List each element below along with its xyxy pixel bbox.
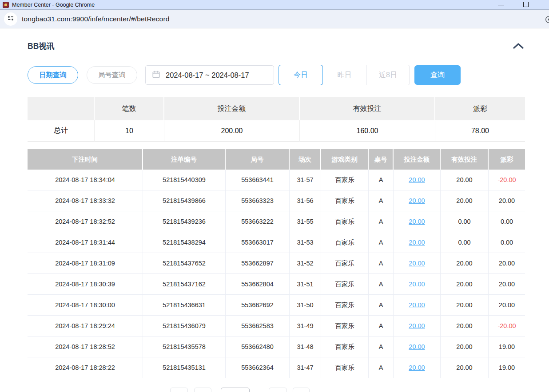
- chevron-up-icon: [513, 44, 524, 51]
- bet-amount-cell: 20.00: [394, 211, 441, 232]
- date-range-picker[interactable]: 2024-08-17 ~ 2024-08-17: [145, 65, 274, 85]
- summary-col-header: 投注金额: [164, 97, 300, 120]
- window-title: Member Center - Google Chrome: [12, 2, 95, 8]
- record-cell: 百家乐: [321, 211, 369, 232]
- table-row: 2024-08-17 18:33:32521815439866553663323…: [28, 190, 525, 211]
- bet-amount-cell: 20.00: [394, 253, 441, 274]
- minimize-icon[interactable]: [498, 5, 504, 5]
- record-cell: A: [369, 337, 394, 357]
- table-row: 2024-08-17 18:32:52521815439236553663222…: [28, 211, 525, 232]
- bet-amount-link[interactable]: 20.00: [409, 176, 425, 183]
- table-row: 2024-08-17 18:31:09521815437652553662897…: [28, 253, 525, 274]
- records-table: 下注时间注单编号局号场次游戏类别桌号投注金额有效投注派彩 2024-08-17 …: [28, 149, 525, 378]
- record-cell: 521815439236: [143, 211, 226, 232]
- pagination-next-button[interactable]: [269, 388, 287, 392]
- record-cell: 百家乐: [321, 316, 369, 337]
- summary-value: 160.00: [300, 120, 435, 142]
- bet-record-page: BB视讯 日期查询 局号查询 2024-08-17 ~ 2024-08-17: [0, 41, 549, 392]
- bet-amount-link[interactable]: 20.00: [409, 343, 425, 350]
- filter-bar: 日期查询 局号查询 2024-08-17 ~ 2024-08-17 今日 昨日 …: [28, 65, 525, 85]
- records-col-header: 派彩: [489, 149, 525, 170]
- records-col-header: 桌号: [369, 149, 394, 170]
- records-col-header: 游戏类别: [321, 149, 369, 170]
- record-cell: 20.00: [441, 357, 489, 378]
- record-cell: 2024-08-17 18:32:52: [28, 211, 143, 232]
- quick-range-last8days[interactable]: 近8日: [366, 65, 410, 85]
- quick-range-today[interactable]: 今日: [279, 65, 322, 85]
- summary-col-header: [28, 97, 95, 120]
- summary-col-header: 有效投注: [300, 97, 435, 120]
- record-cell: 521815440309: [143, 170, 226, 190]
- quick-range-group: 今日 昨日 近8日: [278, 65, 410, 85]
- bet-amount-cell: 20.00: [394, 357, 441, 378]
- record-cell: 20.00: [441, 295, 489, 316]
- bet-amount-link[interactable]: 20.00: [409, 260, 425, 267]
- pagination-bar: [28, 388, 525, 392]
- record-cell: 20.00: [489, 274, 525, 295]
- table-row: 2024-08-17 18:31:44521815438294553663017…: [28, 232, 525, 253]
- table-row: 2024-08-17 18:28:52521815435578553662480…: [28, 337, 525, 357]
- summary-col-header: 派彩: [435, 97, 525, 120]
- record-cell: 2024-08-17 18:29:24: [28, 316, 143, 337]
- pagination-page-button[interactable]: [194, 388, 211, 392]
- record-cell: 31-49: [290, 316, 321, 337]
- record-cell: A: [369, 316, 394, 337]
- bet-amount-cell: 20.00: [394, 316, 441, 337]
- record-cell: 2024-08-17 18:28:22: [28, 357, 143, 378]
- pagination-page-size-select[interactable]: [221, 388, 250, 392]
- records-col-header: 有效投注: [441, 149, 489, 170]
- record-cell: 521815435131: [143, 357, 226, 378]
- record-cell: 31-47: [290, 357, 321, 378]
- site-settings-button[interactable]: [4, 12, 17, 26]
- page-title: BB视讯: [28, 41, 54, 51]
- record-cell: 2024-08-17 18:33:32: [28, 190, 143, 211]
- date-query-tab[interactable]: 日期查询: [28, 66, 78, 84]
- record-cell: 521815439866: [143, 190, 226, 211]
- url-text[interactable]: tongbao31.com:9900/infe/mcenter/#/betRec…: [22, 15, 170, 23]
- record-cell: 20.00: [441, 316, 489, 337]
- bet-amount-link[interactable]: 20.00: [409, 239, 425, 246]
- search-button[interactable]: 查询: [414, 65, 461, 85]
- bet-amount-link[interactable]: 20.00: [409, 197, 425, 204]
- calendar-icon: [152, 71, 160, 80]
- bet-amount-link[interactable]: 20.00: [409, 322, 425, 329]
- record-cell: 百家乐: [321, 253, 369, 274]
- record-cell: 553662583: [226, 316, 290, 337]
- pagination-prev-button[interactable]: [170, 388, 188, 392]
- record-cell: 521815436079: [143, 316, 226, 337]
- bet-amount-link[interactable]: 20.00: [409, 281, 425, 288]
- record-cell: 521815436631: [143, 295, 226, 316]
- round-query-tab[interactable]: 局号查询: [87, 66, 137, 84]
- bet-amount-link[interactable]: 20.00: [409, 364, 425, 371]
- maximize-icon[interactable]: [523, 2, 529, 7]
- record-cell: A: [369, 190, 394, 211]
- bet-amount-cell: 20.00: [394, 190, 441, 211]
- record-cell: 百家乐: [321, 232, 369, 253]
- record-cell: A: [369, 274, 394, 295]
- profile-icon[interactable]: [545, 16, 549, 25]
- summary-value: 78.00: [435, 120, 525, 142]
- summary-total-row: 总计10200.00160.0078.00: [28, 120, 525, 142]
- record-cell: 553662480: [226, 337, 290, 357]
- record-cell: 20.00: [441, 274, 489, 295]
- record-cell: 553662364: [226, 357, 290, 378]
- record-cell: 31-57: [290, 170, 321, 190]
- records-header-row: 下注时间注单编号局号场次游戏类别桌号投注金额有效投注派彩: [28, 149, 525, 170]
- record-cell: 2024-08-17 18:30:39: [28, 274, 143, 295]
- record-cell: 521815437162: [143, 274, 226, 295]
- record-cell: 553663017: [226, 232, 290, 253]
- summary-value: 200.00: [164, 120, 300, 142]
- date-range-value: 2024-08-17 ~ 2024-08-17: [166, 71, 249, 79]
- bet-amount-link[interactable]: 20.00: [409, 301, 425, 309]
- record-cell: 2024-08-17 18:28:52: [28, 337, 143, 357]
- quick-range-yesterday[interactable]: 昨日: [322, 65, 366, 85]
- record-cell: 2024-08-17 18:31:09: [28, 253, 143, 274]
- collapse-section-button[interactable]: [512, 41, 525, 51]
- records-col-header: 场次: [290, 149, 321, 170]
- record-cell: 31-52: [290, 253, 321, 274]
- bet-amount-link[interactable]: 20.00: [409, 218, 425, 225]
- records-col-header: 投注金额: [394, 149, 441, 170]
- table-row: 2024-08-17 18:34:04521815440309553663441…: [28, 170, 525, 190]
- record-cell: 19.00: [489, 337, 525, 357]
- pagination-jump-button[interactable]: [293, 388, 310, 392]
